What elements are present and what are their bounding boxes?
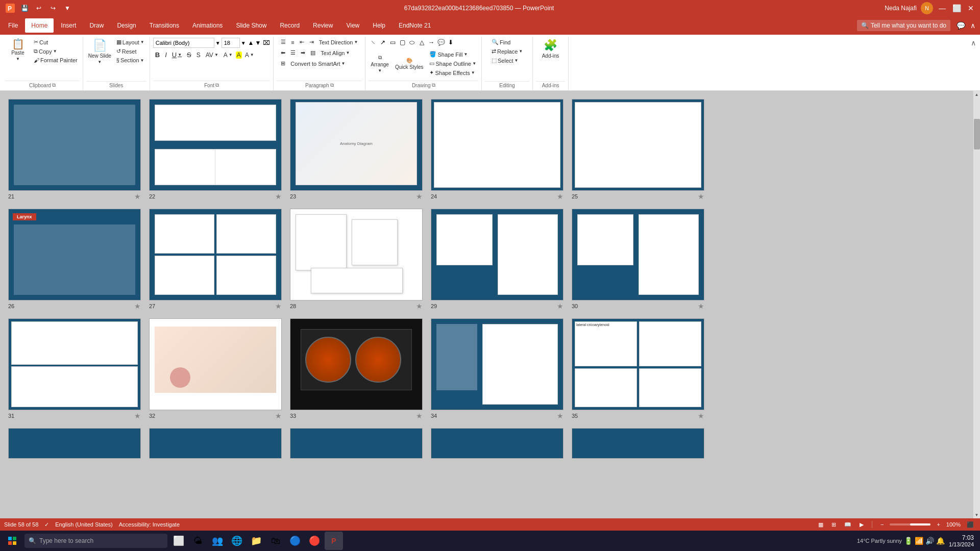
collapse-ribbon-button[interactable]: ∧ xyxy=(968,20,978,31)
taskbar-edge2[interactable]: 🔵 xyxy=(286,532,304,550)
taskbar-chrome[interactable]: 🔴 xyxy=(305,532,324,550)
menu-animations[interactable]: Animations xyxy=(186,18,229,33)
char-spacing-button[interactable]: AV ▼ xyxy=(204,51,220,60)
zoom-out-button[interactable]: − xyxy=(878,520,886,529)
save-button[interactable]: 💾 xyxy=(18,2,31,14)
taskbar-search[interactable]: 🔍 Type here to search xyxy=(24,534,167,548)
zoom-slider[interactable] xyxy=(890,523,930,525)
shape-triangle[interactable]: △ xyxy=(417,38,426,47)
shape-oval[interactable]: ⬭ xyxy=(407,38,416,47)
text-highlight-button[interactable]: A xyxy=(236,52,242,59)
taskbar-powerpoint[interactable]: P xyxy=(325,532,343,550)
drawing-expand-icon[interactable]: ⧉ xyxy=(432,82,435,88)
menu-insert[interactable]: Insert xyxy=(55,18,82,33)
decrease-indent-button[interactable]: ⇤ xyxy=(298,38,306,46)
redo-button[interactable]: ↪ xyxy=(47,2,59,14)
slide-thumb-23[interactable]: Anatomy Diagram xyxy=(290,99,423,191)
menu-home[interactable]: Home xyxy=(25,18,54,33)
slide-star-32[interactable]: ★ xyxy=(275,412,282,420)
text-align-button[interactable]: Text Align ▼ xyxy=(318,49,352,57)
slide-thumb-29[interactable] xyxy=(431,209,564,300)
taskbar-edge[interactable]: 🌐 xyxy=(228,532,246,550)
paragraph-expand-icon[interactable]: ⧉ xyxy=(330,82,334,88)
underline-button[interactable]: U ▼ xyxy=(170,50,184,60)
slide-thumb-30[interactable] xyxy=(572,209,704,300)
slide-star-24[interactable]: ★ xyxy=(557,192,564,201)
menu-slideshow[interactable]: Slide Show xyxy=(230,18,273,33)
slide-thumb-partial-3[interactable] xyxy=(290,428,423,459)
minimize-button[interactable]: — xyxy=(937,3,947,13)
taskbar-explorer[interactable]: 📁 xyxy=(247,532,265,550)
align-right-button[interactable]: ➡ xyxy=(299,48,307,57)
menu-search[interactable]: 🔍 Tell me what you want to do xyxy=(857,20,950,31)
fit-slide-button[interactable]: ⬛ xyxy=(965,520,976,529)
slide-star-26[interactable]: ★ xyxy=(134,302,141,310)
undo-button[interactable]: ↩ xyxy=(33,2,45,14)
columns-button[interactable]: ⊞ xyxy=(279,59,287,68)
bold-button[interactable]: B xyxy=(153,50,162,60)
slide-thumb-21[interactable] xyxy=(8,99,141,191)
shape-fill-button[interactable]: 🪣 Shape Fill ▼ xyxy=(427,50,478,59)
taskbar-store[interactable]: 🛍 xyxy=(266,532,285,550)
reading-view-button[interactable]: 📖 xyxy=(842,520,853,529)
font-size-input[interactable] xyxy=(222,38,240,48)
shape-more[interactable]: ⬇ xyxy=(446,38,455,47)
font-size-dropdown[interactable]: ▼ xyxy=(241,40,246,46)
slide-thumb-26[interactable]: Larynx xyxy=(8,209,141,300)
slide-thumb-31[interactable] xyxy=(8,318,141,410)
slide-thumb-22[interactable] xyxy=(149,99,282,191)
ribbon-collapse-button[interactable]: ∧ xyxy=(971,39,976,47)
shape-rounded[interactable]: ▢ xyxy=(398,38,407,47)
menu-file[interactable]: File xyxy=(2,18,24,33)
scroll-thumb[interactable] xyxy=(974,119,980,149)
slide-star-29[interactable]: ★ xyxy=(557,302,564,310)
accessibility-label[interactable]: Accessibility: Investigate xyxy=(119,521,180,528)
menu-review[interactable]: Review xyxy=(307,18,339,33)
slide-thumb-27[interactable] xyxy=(149,209,282,300)
scroll-down-button[interactable]: ▼ xyxy=(973,511,981,518)
font-size-inc[interactable]: ▲ xyxy=(248,39,254,46)
font-color2-button[interactable]: A ▼ xyxy=(243,51,256,60)
slide-thumb-32[interactable] xyxy=(149,318,282,410)
shadow-button[interactable]: S xyxy=(194,51,203,60)
copy-dropdown[interactable]: ▼ xyxy=(53,49,57,54)
replace-button[interactable]: ⇄ Replace ▼ xyxy=(489,47,525,56)
slide-thumb-partial-5[interactable] xyxy=(572,428,704,459)
format-painter-button[interactable]: 🖌 Format Painter xyxy=(32,56,80,64)
new-slide-dropdown[interactable]: ▼ xyxy=(97,60,102,64)
slide-star-27[interactable]: ★ xyxy=(275,302,282,310)
start-button[interactable] xyxy=(2,531,22,551)
font-size-dec[interactable]: ▼ xyxy=(255,39,261,46)
font-expand-icon[interactable]: ⧉ xyxy=(215,82,219,88)
slide-thumb-partial-1[interactable] xyxy=(8,428,141,459)
slide-star-30[interactable]: ★ xyxy=(698,302,704,310)
layout-button[interactable]: ▦ Layout ▼ xyxy=(114,38,146,46)
customize-button[interactable]: ▼ xyxy=(61,2,74,14)
menu-endnote[interactable]: EndNote 21 xyxy=(393,18,437,33)
menu-view[interactable]: View xyxy=(340,18,365,33)
slide-star-28[interactable]: ★ xyxy=(416,302,423,310)
find-button[interactable]: 🔍 Find xyxy=(489,38,525,46)
reset-button[interactable]: ↺ Reset xyxy=(114,47,146,56)
menu-draw[interactable]: Draw xyxy=(83,18,110,33)
align-left-button[interactable]: ⬅ xyxy=(279,48,287,57)
numbering-button[interactable]: ≡ xyxy=(289,38,296,46)
presenter-view-button[interactable]: ▶ xyxy=(857,520,866,529)
paste-button[interactable]: 📋 Paste ▼ xyxy=(5,38,31,62)
align-center-button[interactable]: ☰ xyxy=(288,48,298,57)
slide-thumb-24[interactable] xyxy=(431,99,564,191)
italic-button[interactable]: I xyxy=(163,50,169,60)
shape-arrow[interactable]: ↗ xyxy=(378,38,387,47)
normal-view-button[interactable]: ▦ xyxy=(816,520,825,529)
slide-thumb-partial-4[interactable] xyxy=(431,428,564,459)
slide-star-23[interactable]: ★ xyxy=(416,192,423,201)
slide-star-25[interactable]: ★ xyxy=(698,192,704,201)
shape-rect[interactable]: ▭ xyxy=(388,38,397,47)
bullets-button[interactable]: ☰ xyxy=(279,38,288,46)
zoom-in-button[interactable]: + xyxy=(935,520,942,529)
shape-outline-button[interactable]: ▭ Shape Outline ▼ xyxy=(427,59,478,68)
font-color-button[interactable]: A ▼ xyxy=(222,51,235,60)
taskbar-widgets[interactable]: 🌤 xyxy=(189,532,207,550)
font-name-input[interactable] xyxy=(153,38,214,48)
taskbar-task-view[interactable]: ⬜ xyxy=(169,532,188,550)
